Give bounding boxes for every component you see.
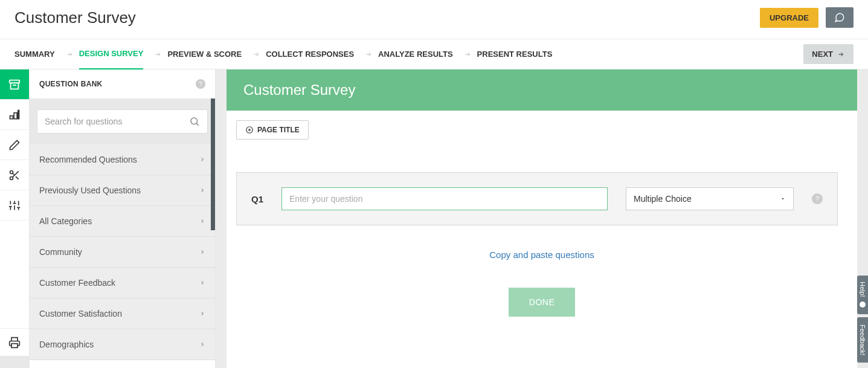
print-icon — [8, 337, 21, 349]
survey-content: PAGE TITLE Q1 Multiple Choice ? Copy and… — [227, 111, 857, 341]
step-design-survey[interactable]: DESIGN SURVEY — [79, 39, 144, 70]
category-list: Recommended Questions Previously Used Qu… — [30, 144, 215, 368]
chevron-right-icon — [199, 186, 205, 195]
category-label: Community — [39, 247, 82, 257]
question-text-input[interactable] — [281, 187, 608, 210]
svg-rect-2 — [14, 112, 17, 118]
chat-button[interactable] — [826, 7, 854, 28]
svg-point-4 — [10, 170, 13, 173]
question-help-icon[interactable]: ? — [812, 193, 823, 204]
category-label: Customer Satisfaction — [39, 309, 122, 318]
chevron-right-icon — [199, 155, 205, 164]
svg-rect-3 — [18, 110, 19, 118]
blocks-icon — [8, 109, 21, 121]
chevron-right-icon — [464, 51, 471, 58]
survey-container: Customer Survey PAGE TITLE Q1 Multiple C… — [227, 69, 857, 368]
question-type-value: Multiple Choice — [634, 194, 692, 204]
pencil-icon — [8, 139, 21, 151]
category-previous[interactable]: Previously Used Questions — [30, 175, 215, 206]
category-label: Recommended Questions — [39, 155, 137, 164]
arrow-right-icon — [837, 51, 845, 58]
done-button[interactable]: DONE — [509, 288, 575, 317]
page-title-label: PAGE TITLE — [257, 126, 300, 134]
svg-rect-1 — [10, 115, 13, 118]
step-analyze-results[interactable]: ANALYZE RESULTS — [378, 39, 453, 69]
chevron-right-icon — [252, 51, 260, 58]
category-demographics[interactable]: Demographics — [30, 329, 215, 360]
category-community[interactable]: Community — [30, 237, 215, 268]
chevron-right-icon — [365, 51, 372, 58]
upgrade-button[interactable]: UPGRADE — [760, 8, 818, 28]
scrollbar-thumb[interactable] — [211, 98, 215, 230]
svg-rect-0 — [10, 80, 20, 83]
chevron-right-icon — [199, 279, 205, 287]
step-collect-responses[interactable]: COLLECT RESPONSES — [266, 39, 354, 69]
help-bubble-icon — [859, 301, 866, 308]
category-recommended[interactable]: Recommended Questions — [30, 144, 215, 175]
search-input[interactable] — [45, 117, 189, 126]
chevron-right-icon — [199, 340, 205, 349]
chevron-right-icon — [154, 51, 161, 58]
scissors-icon — [8, 169, 21, 181]
help-float-label: Help! — [859, 282, 866, 297]
iconbar-builder[interactable] — [0, 100, 29, 130]
survey-banner-title: Customer Survey — [243, 82, 355, 98]
svg-rect-15 — [11, 343, 18, 347]
sidebar-title: QUESTION BANK — [39, 80, 103, 88]
sidebar-header: QUESTION BANK ? — [30, 69, 215, 98]
category-all[interactable]: All Categories — [30, 206, 215, 237]
iconbar-options[interactable] — [0, 190, 29, 221]
category-customer-feedback[interactable]: Customer Feedback — [30, 268, 215, 299]
survey-banner: Customer Survey — [227, 69, 857, 111]
iconbar-collapse[interactable] — [0, 356, 29, 368]
iconbar-spacer — [0, 221, 29, 328]
plus-circle-icon — [245, 126, 254, 134]
category-customer-satisfaction[interactable]: Customer Satisfaction — [30, 299, 215, 329]
iconbar-logic[interactable] — [0, 160, 29, 190]
archive-icon — [8, 78, 21, 91]
chevron-right-icon — [199, 309, 205, 318]
chevron-right-icon — [66, 51, 73, 58]
survey-title: Customer Survey — [14, 8, 136, 27]
main-canvas: Customer Survey PAGE TITLE Q1 Multiple C… — [216, 69, 868, 368]
svg-point-21 — [860, 302, 866, 308]
step-summary[interactable]: SUMMARY — [14, 39, 55, 69]
sliders-icon — [8, 199, 21, 211]
search-box — [37, 109, 208, 134]
question-bank-sidebar: QUESTION BANK ? Recommended Questions Pr… — [30, 69, 216, 368]
category-label: Customer Feedback — [39, 278, 115, 288]
chevron-right-icon — [199, 217, 205, 225]
app-header: Customer Survey UPGRADE — [0, 0, 868, 39]
feedback-float-tab[interactable]: Feedback! — [857, 317, 868, 363]
search-icon[interactable] — [189, 116, 200, 127]
left-iconbar — [0, 69, 30, 368]
app-body: QUESTION BANK ? Recommended Questions Pr… — [0, 69, 868, 368]
help-float-tab[interactable]: Help! — [857, 276, 868, 314]
svg-line-17 — [196, 123, 198, 125]
next-button[interactable]: NEXT — [803, 44, 854, 64]
caret-down-icon — [780, 196, 786, 202]
question-card: Q1 Multiple Choice ? — [236, 172, 838, 225]
feedback-float-label: Feedback! — [859, 324, 866, 355]
iconbar-appearance[interactable] — [0, 130, 29, 160]
chevron-right-icon — [199, 248, 205, 256]
category-label: Demographics — [39, 340, 94, 349]
copy-paste-link[interactable]: Copy and paste questions — [236, 250, 847, 260]
step-preview-score[interactable]: PREVIEW & SCORE — [167, 39, 242, 69]
question-type-select[interactable]: Multiple Choice — [626, 187, 794, 210]
question-number: Q1 — [251, 194, 263, 204]
header-actions: UPGRADE — [760, 7, 854, 28]
svg-point-5 — [10, 176, 13, 179]
iconbar-question-bank[interactable] — [0, 69, 29, 100]
step-nav: SUMMARY DESIGN SURVEY PREVIEW & SCORE CO… — [0, 39, 868, 69]
next-label: NEXT — [812, 50, 833, 59]
chat-icon — [833, 12, 846, 23]
iconbar-print[interactable] — [0, 328, 29, 356]
help-icon[interactable]: ? — [196, 79, 205, 89]
category-label: Previously Used Questions — [39, 186, 141, 195]
page-title-button[interactable]: PAGE TITLE — [236, 120, 309, 140]
category-label: All Categories — [39, 216, 92, 226]
svg-point-16 — [191, 118, 198, 124]
search-container — [30, 98, 215, 144]
step-present-results[interactable]: PRESENT RESULTS — [477, 39, 553, 69]
